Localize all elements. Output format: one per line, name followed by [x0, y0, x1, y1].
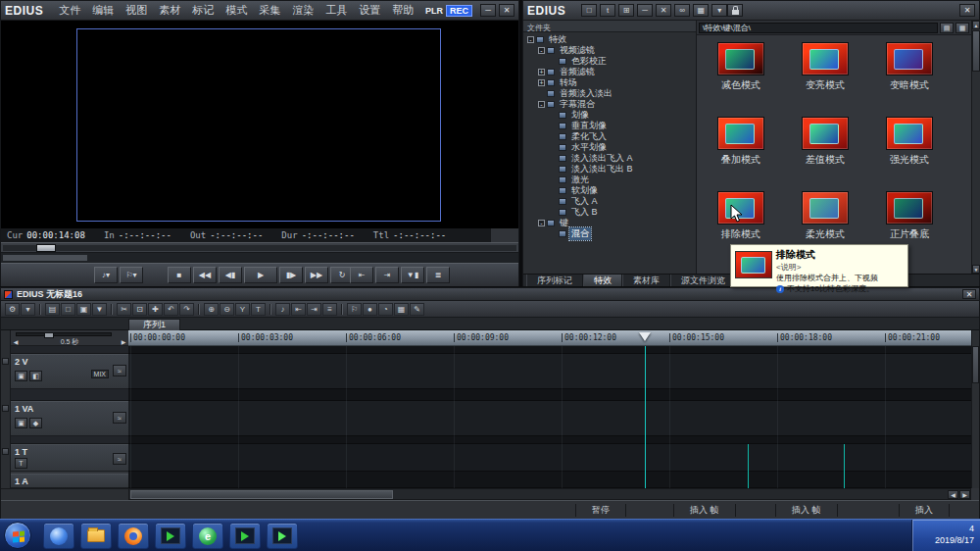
undo-button[interactable]: ↶	[164, 303, 178, 316]
强光模式[interactable]: 强光模式	[867, 112, 952, 186]
timeline-vertical-scrollbar[interactable]	[971, 330, 979, 488]
dropdown-icon[interactable]: ▾	[711, 4, 727, 17]
track-header-1va[interactable]: 1 VA ▣ ◆ ≈	[11, 401, 128, 436]
stop-button[interactable]: ■	[168, 267, 191, 283]
set-in-button[interactable]: ⇤	[350, 267, 373, 283]
open-project-button[interactable]: ▣	[76, 303, 91, 316]
tree-item[interactable]: 飞入 B	[525, 207, 696, 218]
tree-item[interactable]: 飞入 A	[525, 196, 696, 207]
timeline-canvas[interactable]: 00:00:00:0000:00:03:0000:00:06:0000:00:0…	[128, 330, 971, 488]
scroll-up-icon[interactable]: ▲	[972, 21, 980, 29]
menu-item[interactable]: 标记	[186, 1, 220, 20]
grid-button[interactable]: ▦	[394, 303, 409, 316]
tree-item[interactable]: 混合	[525, 228, 696, 239]
tree-item[interactable]: 淡入淡出飞出 B	[525, 164, 696, 175]
file-explorer-icon[interactable]	[80, 523, 112, 549]
playhead-marker[interactable]	[639, 332, 651, 347]
video-mute-icon[interactable]: ◧	[29, 371, 42, 381]
track-header-1a[interactable]: 1 A	[11, 474, 128, 488]
timeline-horizontal-scrollbar[interactable]: ◀ ▶	[128, 488, 971, 500]
expander-icon[interactable]: +	[538, 79, 545, 86]
new-sequence-button[interactable]: □	[61, 303, 75, 316]
scrollbar-thumb[interactable]	[130, 490, 393, 499]
start-button[interactable]	[4, 522, 31, 549]
ripple-mode-button[interactable]: ⊕	[204, 303, 219, 316]
playhead-line[interactable]	[645, 346, 646, 488]
effect-thumbnail[interactable]	[802, 117, 849, 150]
差值模式[interactable]: 差值模式	[783, 112, 867, 186]
scroll-right-icon[interactable]: ▶	[959, 490, 970, 499]
view-button[interactable]: ▤	[45, 303, 60, 316]
zoom-slider[interactable]	[16, 332, 112, 336]
rewind-button[interactable]: ◀◀	[193, 267, 217, 283]
redo-button[interactable]: ↷	[179, 303, 194, 316]
scrollbar-thumb[interactable]	[972, 30, 980, 72]
cut-button[interactable]: ✂	[117, 303, 131, 316]
scrollbar-thumb[interactable]	[972, 346, 979, 383]
copy-button[interactable]: ⊡	[132, 303, 147, 316]
new-folder-icon[interactable]: ⊞	[618, 4, 634, 17]
browser-icon[interactable]: e	[192, 523, 223, 549]
menu-item[interactable]: 工具	[319, 1, 353, 20]
shuttle-handle[interactable]	[3, 255, 87, 261]
effect-thumbnail[interactable]	[802, 191, 849, 225]
expander-icon[interactable]: -	[538, 101, 545, 108]
menu-item[interactable]: 模式	[220, 1, 253, 20]
effect-thumbnail[interactable]	[886, 42, 933, 75]
tree-item[interactable]: 音频淡入淡出	[525, 88, 696, 99]
keyframe-toggle-icon[interactable]: ≈	[113, 453, 126, 465]
luma-key-button[interactable]: Y	[235, 303, 250, 316]
tree-item[interactable]: 色彩校正	[525, 56, 696, 67]
audio-pan-icon[interactable]: ◆	[29, 418, 42, 428]
scroll-down-icon[interactable]: ▼	[972, 265, 980, 274]
scroll-left-icon[interactable]: ◀	[948, 490, 958, 499]
firefox-icon[interactable]	[118, 523, 149, 549]
close-button[interactable]: ✕	[962, 289, 976, 299]
tree-item[interactable]: + 音频滤镜	[525, 67, 696, 77]
scrubber-thumb[interactable]	[36, 244, 56, 252]
messenger-icon[interactable]	[43, 523, 74, 549]
palette-tab[interactable]: 源文件浏览	[670, 275, 736, 286]
tree-item[interactable]: 软划像	[525, 185, 696, 196]
rail-button[interactable]	[2, 405, 9, 412]
overwrite-mode-button[interactable]: ⊖	[220, 303, 234, 316]
tree-item[interactable]: 划像	[525, 110, 696, 121]
title-track-icon[interactable]: T	[15, 458, 27, 469]
marker-button[interactable]: ⚐	[347, 303, 362, 316]
menu-item[interactable]: 视图	[120, 1, 153, 20]
audio-button[interactable]: ♪	[275, 303, 290, 316]
trim-out-button[interactable]: ⇥	[307, 303, 321, 316]
system-tray-clock[interactable]: 4 2019/8/17	[911, 520, 980, 551]
palette-tab[interactable]: 序列标记	[526, 275, 583, 286]
track-header-2v[interactable]: 2 V ▣ ◧ MIX ≈	[11, 354, 128, 389]
view-mode-icon[interactable]: ▦	[693, 4, 709, 17]
next-frame-button[interactable]: ▮▶	[279, 267, 303, 283]
lock-icon[interactable]	[727, 4, 743, 17]
video-thumbnail-icon[interactable]: ▣	[15, 418, 27, 428]
tree-item[interactable]: 激光	[525, 175, 696, 185]
tree-item[interactable]: - 视频滤镜	[525, 45, 696, 56]
rail-button[interactable]	[2, 448, 9, 455]
up-level-icon[interactable]: t	[600, 4, 615, 17]
tree-item[interactable]: - 特效	[525, 34, 696, 45]
tree-item[interactable]: - 字幕混合	[525, 99, 696, 110]
play-button[interactable]: ▶	[244, 267, 277, 283]
effect-thumbnail[interactable]	[886, 191, 933, 225]
link-icon[interactable]: ∞	[674, 4, 690, 17]
marker-menu-button[interactable]: ⚐▾	[120, 267, 143, 283]
video-app-icon[interactable]	[229, 523, 261, 549]
zoom-in-icon[interactable]: ▶	[119, 338, 128, 345]
mixer-button[interactable]: ≡	[322, 303, 337, 316]
goto-marker-button[interactable]: ▼▮	[401, 267, 424, 283]
media-player-icon[interactable]	[155, 523, 186, 549]
expander-icon[interactable]: -	[527, 36, 534, 43]
menu-item[interactable]: 帮助	[386, 1, 419, 20]
menu-item[interactable]: 文件	[53, 1, 86, 20]
pencil-button[interactable]: ✎	[410, 303, 424, 316]
scrubber-track[interactable]	[3, 245, 516, 251]
audio-monitor-button[interactable]: ♪▾	[94, 267, 118, 283]
减色模式[interactable]: 减色模式	[699, 37, 783, 112]
effect-thumbnail[interactable]	[886, 117, 933, 150]
effect-thumbnail[interactable]	[802, 42, 849, 75]
minimize-icon[interactable]: ─	[637, 4, 653, 17]
